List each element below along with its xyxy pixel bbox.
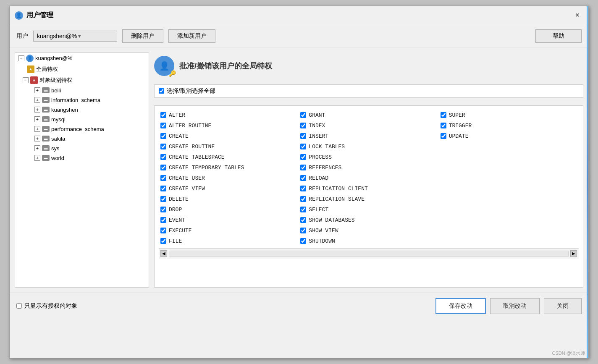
show-only-label[interactable]: 只显示有授权的对象 [24,302,77,310]
tree-toggle-root[interactable]: − [18,55,24,61]
priv-label[interactable]: CREATE ROUTINE [169,144,215,150]
cancel-changes-button[interactable]: 取消改动 [490,298,540,314]
tree-global-priv[interactable]: ★ 全局特权 [15,64,149,75]
horizontal-scrollbar[interactable]: ◀ ▶ [159,248,579,259]
priv-label[interactable]: SUPER [449,112,465,118]
priv-checkbox[interactable] [300,133,306,139]
delete-user-button[interactable]: 删除用户 [122,29,163,43]
priv-checkbox[interactable] [160,133,166,139]
close-dialog-button[interactable]: × [572,10,583,21]
priv-item: INSERT [299,131,438,141]
tree-toggle-object[interactable]: − [23,77,29,83]
priv-checkbox[interactable] [160,186,166,191]
tree-db-item[interactable]: + ▬ sys [15,144,149,153]
tree-db-item[interactable]: + ▬ beili [15,86,149,95]
priv-label[interactable]: SELECT [309,207,328,213]
save-changes-button[interactable]: 保存改动 [435,298,486,314]
priv-checkbox[interactable] [160,144,166,149]
select-all-checkbox[interactable] [159,88,164,94]
add-user-button[interactable]: 添加新用户 [168,29,215,43]
priv-checkbox[interactable] [160,112,166,118]
tree-db-item[interactable]: + ▬ kuangshen [15,105,149,115]
priv-label[interactable]: ALTER ROUTINE [169,123,211,129]
tree-db-item[interactable]: + ▬ world [15,153,149,163]
tree-toggle-db[interactable]: + [34,116,40,122]
select-all-label[interactable]: 选择/取消选择全部 [167,87,215,95]
priv-checkbox[interactable] [300,154,306,160]
priv-checkbox[interactable] [300,228,306,233]
priv-label[interactable]: DELETE [169,196,189,202]
priv-checkbox[interactable] [160,217,166,223]
priv-label[interactable]: REPLICATION SLAVE [309,196,365,202]
priv-checkbox[interactable] [160,238,166,244]
priv-checkbox[interactable] [300,207,306,212]
tree-toggle-db[interactable]: + [34,155,40,161]
priv-checkbox[interactable] [300,186,306,191]
priv-label[interactable]: CREATE VIEW [169,186,205,192]
help-button[interactable]: 帮助 [535,29,582,43]
tree-object-priv[interactable]: − ★ 对象级别特权 [15,75,149,86]
priv-label[interactable]: CREATE [169,133,189,139]
priv-label[interactable]: SHOW VIEW [309,228,338,234]
tree-toggle-db[interactable]: + [34,97,40,103]
priv-checkbox[interactable] [300,112,306,118]
priv-checkbox[interactable] [160,165,166,170]
priv-label[interactable]: EXECUTE [169,228,192,234]
tree-toggle-db[interactable]: + [34,126,40,132]
priv-item: TRIGGER [439,120,579,131]
scroll-track[interactable] [169,251,569,257]
tree-toggle-db[interactable]: + [34,136,40,141]
priv-checkbox[interactable] [300,175,306,181]
priv-checkbox[interactable] [300,217,306,223]
close-button[interactable]: 关闭 [544,298,582,314]
priv-label[interactable]: ALTER [169,112,185,118]
priv-label[interactable]: DROP [169,207,182,213]
priv-label[interactable]: CREATE TABLESPACE [169,154,225,160]
priv-label[interactable]: GRANT [309,112,325,118]
priv-label[interactable]: LOCK TABLES [309,144,345,150]
priv-checkbox[interactable] [160,228,166,233]
priv-label[interactable]: INDEX [309,123,325,129]
priv-label[interactable]: EVENT [169,217,185,223]
tree-db-item[interactable]: + ▬ information_schema [15,95,149,105]
priv-item: CREATE ROUTINE [159,141,299,152]
priv-checkbox[interactable] [441,112,446,118]
priv-checkbox[interactable] [160,196,166,202]
priv-checkbox[interactable] [300,123,306,128]
priv-checkbox[interactable] [300,196,306,202]
priv-label[interactable]: SHOW DATABASES [309,217,354,223]
priv-checkbox[interactable] [160,123,166,128]
tree-toggle-db[interactable]: + [34,145,40,151]
scroll-right-arrow[interactable]: ▶ [570,250,577,257]
priv-label[interactable]: FILE [169,238,182,244]
priv-checkbox[interactable] [300,165,306,170]
priv-checkbox[interactable] [300,144,306,149]
priv-label[interactable]: REPLICATION CLIENT [309,186,367,192]
priv-label[interactable]: REFERENCES [309,165,341,171]
tree-toggle-db[interactable]: + [34,87,40,93]
global-priv-icon: ★ [27,65,34,73]
priv-item: FILE [159,236,299,246]
tree-db-item[interactable]: + ▬ sakila [15,134,149,144]
priv-label[interactable]: CREATE USER [169,175,205,181]
priv-label[interactable]: PROCESS [309,154,332,160]
priv-checkbox[interactable] [160,175,166,181]
priv-label[interactable]: RELOAD [309,175,328,181]
scroll-left-arrow[interactable]: ◀ [160,250,167,257]
priv-label[interactable]: INSERT [309,133,328,139]
priv-checkbox[interactable] [441,133,446,139]
priv-label[interactable]: TRIGGER [449,123,472,129]
priv-checkbox[interactable] [160,154,166,160]
priv-label[interactable]: SHUTDOWN [309,238,335,244]
priv-checkbox[interactable] [441,123,446,128]
tree-db-item[interactable]: + ▬ mysql [15,115,149,124]
user-select-dropdown[interactable]: kuangshen@% ▼ [33,31,117,42]
priv-checkbox[interactable] [160,207,166,212]
tree-db-item[interactable]: + ▬ performance_schema [15,124,149,134]
priv-label[interactable]: UPDATE [449,133,469,139]
priv-checkbox[interactable] [300,238,306,244]
priv-label[interactable]: CREATE TEMPORARY TABLES [169,165,244,171]
show-only-checkbox[interactable] [16,303,22,309]
tree-root-user[interactable]: − 👤 kuangshen@% [15,53,149,64]
tree-toggle-db[interactable]: + [34,107,40,113]
